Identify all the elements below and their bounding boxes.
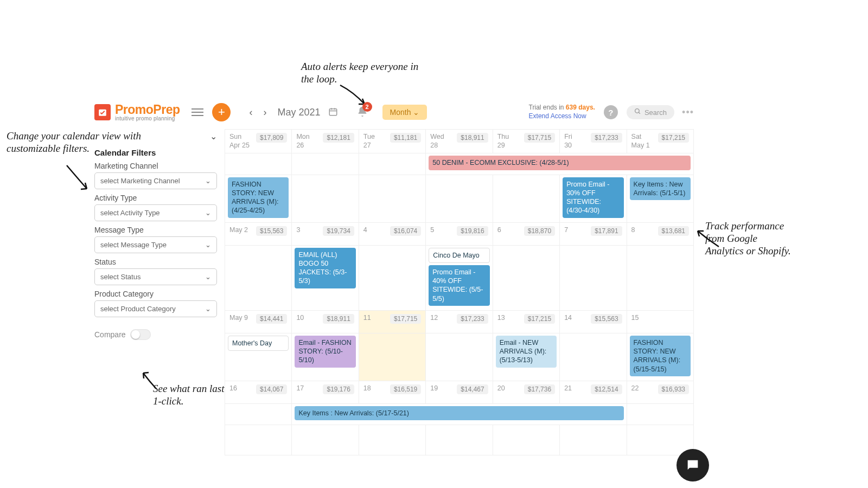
- calendar-cell: Email - NEW ARRIVALS (M): (5/13-5/13): [493, 333, 560, 381]
- filter-select[interactable]: select Message Type⌄: [94, 236, 217, 253]
- calendar-event[interactable]: Promo Email - 30% OFF SITEWIDE: (4/30-4/…: [563, 177, 623, 218]
- calendar-cell: [292, 175, 359, 223]
- day-header[interactable]: 17$19,176: [292, 381, 359, 404]
- notifications-button[interactable]: 2: [356, 106, 368, 119]
- next-month-button[interactable]: ›: [260, 107, 270, 118]
- day-header[interactable]: Sat May 1$17,215: [627, 130, 694, 153]
- calendar-cell: Key Items : New Arrivals: (5/17-5/21): [292, 404, 627, 425]
- calendar-event[interactable]: Promo Email - 40% OFF SITEWIDE: (5/5-5/5…: [429, 265, 489, 306]
- sidebar-collapse-button[interactable]: ⌄: [94, 129, 217, 148]
- calendar-event[interactable]: FASHION STORY: NEW ARRIVALS (M): (5/15-5…: [630, 336, 691, 376]
- day-header[interactable]: May 2$15,563: [225, 223, 292, 246]
- filter-select[interactable]: select Status⌄: [94, 268, 217, 285]
- day-header[interactable]: Mon 26$12,181: [292, 130, 359, 153]
- calendar-cell: [560, 246, 627, 311]
- day-header[interactable]: Fri 30$17,233: [560, 130, 627, 153]
- revenue-badge: $12,181: [323, 133, 354, 143]
- calendar-cell: [560, 425, 627, 455]
- day-header[interactable]: 20$17,736: [493, 381, 560, 404]
- calendar-event[interactable]: 50 DENIM - ECOMM EXCLUSIVE: (4/28-5/1): [429, 156, 691, 170]
- day-header[interactable]: Sun Apr 25$17,809: [225, 130, 292, 153]
- more-menu-button[interactable]: •••: [682, 107, 694, 118]
- prev-month-button[interactable]: ‹: [246, 107, 256, 118]
- calendar-event[interactable]: Cinco De Mayo: [429, 248, 489, 263]
- revenue-badge: $19,734: [323, 226, 354, 236]
- search-icon: [634, 108, 641, 117]
- calendar-cell: [225, 246, 292, 311]
- revenue-badge: $17,715: [390, 314, 421, 324]
- filter-label: Message Type: [94, 226, 217, 234]
- calendar-cell: FASHION STORY: NEW ARRIVALS (M): (4/25-4…: [225, 175, 292, 223]
- calendar-icon[interactable]: [328, 107, 338, 118]
- search-placeholder: Search: [644, 108, 667, 117]
- day-header[interactable]: 7$17,891: [560, 223, 627, 246]
- day-header[interactable]: Thu 29$17,715: [493, 130, 560, 153]
- logo-name: PromoPrep: [115, 104, 180, 116]
- calendar-cell: [359, 153, 426, 175]
- calendar-cell: [359, 333, 426, 381]
- calendar-cell: Promo Email - 30% OFF SITEWIDE: (4/30-4/…: [560, 175, 627, 223]
- extend-access-link[interactable]: Extend Access Now: [529, 112, 586, 120]
- day-header[interactable]: 11$17,715: [359, 311, 426, 333]
- chevron-down-icon: ⌄: [413, 108, 419, 117]
- day-header[interactable]: 21$12,514: [560, 381, 627, 404]
- calendar-cell: FASHION STORY: NEW ARRIVALS (M): (5/15-5…: [627, 333, 694, 381]
- day-header[interactable]: 22$16,933: [627, 381, 694, 404]
- calendar-event[interactable]: Email - FASHION STORY: (5/10-5/10): [295, 336, 355, 368]
- calendar-cell: [225, 425, 292, 455]
- revenue-badge: $18,911: [457, 133, 488, 143]
- calendar-cell: [225, 404, 292, 425]
- filter-select[interactable]: select Product Category⌄: [94, 300, 217, 317]
- day-header[interactable]: Tue 27$11,181: [359, 130, 426, 153]
- compare-toggle[interactable]: [130, 329, 151, 340]
- filter-select[interactable]: select Activity Type⌄: [94, 204, 217, 221]
- calendar-event[interactable]: Email - NEW ARRIVALS (M): (5/13-5/13): [496, 336, 557, 368]
- calendar-event[interactable]: FASHION STORY: NEW ARRIVALS (M): (4/25-4…: [228, 177, 289, 218]
- revenue-badge: $17,715: [524, 133, 555, 143]
- revenue-badge: $14,067: [256, 384, 287, 394]
- revenue-badge: $17,233: [591, 133, 622, 143]
- day-header[interactable]: 13$17,215: [493, 311, 560, 333]
- revenue-badge: $16,519: [390, 384, 421, 394]
- day-header[interactable]: 18$16,519: [359, 381, 426, 404]
- day-header[interactable]: 8$13,681: [627, 223, 694, 246]
- logo-text: PromoPrep intuitive promo planning: [115, 104, 180, 121]
- app-header: PromoPrep intuitive promo planning + ‹ ›…: [94, 99, 694, 126]
- day-header[interactable]: 19$14,467: [426, 381, 493, 404]
- day-header[interactable]: 4$16,074: [359, 223, 426, 246]
- trial-status: Trial ends in 639 days. Extend Access No…: [529, 104, 595, 120]
- svg-rect-1: [329, 108, 337, 115]
- sidebar: ⌄ Calendar Filters Marketing Channelsele…: [94, 129, 225, 455]
- calendar-event[interactable]: Key Items : New Arrivals: (5/1-5/1): [630, 177, 691, 201]
- menu-toggle-icon[interactable]: [192, 108, 203, 116]
- month-label: May 2021: [277, 107, 320, 118]
- day-header[interactable]: 10$18,911: [292, 311, 359, 333]
- calendar-cell: [426, 425, 493, 455]
- day-header[interactable]: 5$19,816: [426, 223, 493, 246]
- day-header[interactable]: 12$17,233: [426, 311, 493, 333]
- day-header[interactable]: Wed 28$18,911: [426, 130, 493, 153]
- sidebar-title: Calendar Filters: [94, 148, 217, 157]
- calendar-cell: [292, 425, 359, 455]
- chat-widget-button[interactable]: [676, 449, 709, 481]
- calendar-event[interactable]: EMAIL (ALL) BOGO 50 JACKETS: (5/3-5/3): [295, 248, 355, 288]
- add-button[interactable]: +: [212, 103, 231, 121]
- view-selector[interactable]: Month ⌄: [382, 105, 427, 120]
- day-header[interactable]: 16$14,067: [225, 381, 292, 404]
- revenue-badge: $19,816: [457, 226, 488, 236]
- calendar-event[interactable]: Key Items : New Arrivals: (5/17-5/21): [295, 406, 623, 420]
- annotation-track: Track performance from Google Analytics …: [705, 220, 792, 257]
- day-header[interactable]: 15: [627, 311, 694, 333]
- calendar-cell: [493, 246, 560, 311]
- day-header[interactable]: 14$15,563: [560, 311, 627, 333]
- day-header[interactable]: May 9$14,441: [225, 311, 292, 333]
- filter-select[interactable]: select Marketing Channel⌄: [94, 172, 217, 189]
- search-input[interactable]: Search: [627, 105, 674, 119]
- calendar-event[interactable]: Mother's Day: [228, 336, 289, 351]
- calendar-cell: 50 DENIM - ECOMM EXCLUSIVE: (4/28-5/1): [426, 153, 694, 175]
- day-header[interactable]: 3$19,734: [292, 223, 359, 246]
- help-button[interactable]: ?: [604, 105, 618, 119]
- chevron-down-icon: ⌄: [205, 241, 211, 249]
- revenue-badge: $15,563: [256, 226, 287, 236]
- day-header[interactable]: 6$18,870: [493, 223, 560, 246]
